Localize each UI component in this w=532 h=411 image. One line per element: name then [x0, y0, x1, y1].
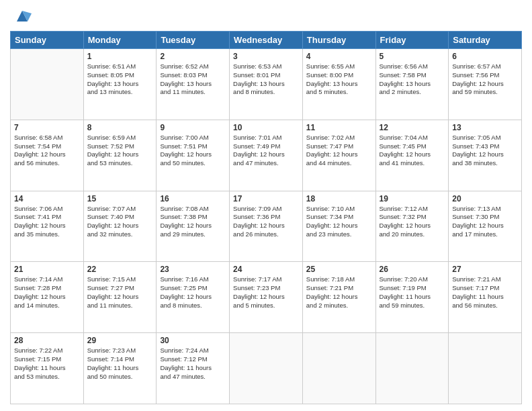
table-row: 17Sunrise: 7:09 AM Sunset: 7:36 PM Dayli… [230, 191, 303, 262]
day-number: 11 [306, 123, 372, 132]
table-row: 13Sunrise: 7:05 AM Sunset: 7:43 PM Dayli… [449, 120, 522, 191]
table-row: 19Sunrise: 7:12 AM Sunset: 7:32 PM Dayli… [375, 191, 449, 262]
table-row: 10Sunrise: 7:01 AM Sunset: 7:49 PM Dayli… [230, 120, 303, 191]
page: Sunday Monday Tuesday Wednesday Thursday… [0, 0, 532, 411]
day-info: Sunrise: 7:18 AM Sunset: 7:21 PM Dayligh… [306, 275, 372, 310]
day-info: Sunrise: 7:06 AM Sunset: 7:41 PM Dayligh… [14, 205, 80, 239]
table-row [230, 333, 303, 404]
day-number: 30 [160, 336, 226, 345]
day-info: Sunrise: 7:04 AM Sunset: 7:45 PM Dayligh… [380, 134, 445, 168]
day-number: 16 [160, 194, 226, 203]
calendar-header-row: Sunday Monday Tuesday Wednesday Thursday… [11, 32, 522, 49]
day-info: Sunrise: 6:52 AM Sunset: 8:03 PM Dayligh… [160, 62, 226, 97]
table-row: 7Sunrise: 6:58 AM Sunset: 7:54 PM Daylig… [11, 120, 84, 191]
table-row: 30Sunrise: 7:24 AM Sunset: 7:12 PM Dayli… [157, 333, 230, 404]
day-info: Sunrise: 7:00 AM Sunset: 7:51 PM Dayligh… [160, 134, 226, 168]
day-number: 20 [452, 194, 518, 203]
day-number: 21 [14, 265, 80, 274]
day-info: Sunrise: 7:01 AM Sunset: 7:49 PM Dayligh… [233, 134, 299, 168]
day-number: 12 [380, 123, 445, 132]
day-number: 22 [87, 265, 153, 274]
day-number: 6 [452, 52, 518, 61]
day-info: Sunrise: 7:13 AM Sunset: 7:30 PM Dayligh… [452, 205, 518, 239]
day-info: Sunrise: 7:23 AM Sunset: 7:14 PM Dayligh… [87, 347, 153, 381]
col-thursday: Thursday [302, 32, 375, 49]
table-row: 22Sunrise: 7:15 AM Sunset: 7:27 PM Dayli… [83, 262, 157, 333]
table-row: 24Sunrise: 7:17 AM Sunset: 7:23 PM Dayli… [230, 262, 303, 333]
table-row [11, 49, 84, 120]
logo-icon [13, 7, 32, 26]
header [10, 7, 522, 26]
day-info: Sunrise: 6:57 AM Sunset: 7:56 PM Dayligh… [452, 62, 518, 97]
col-saturday: Saturday [449, 32, 522, 49]
table-row: 23Sunrise: 7:16 AM Sunset: 7:25 PM Dayli… [157, 262, 230, 333]
day-number: 8 [87, 123, 153, 132]
day-number: 15 [87, 194, 153, 203]
day-info: Sunrise: 6:58 AM Sunset: 7:54 PM Dayligh… [14, 134, 80, 168]
calendar-week-row: 7Sunrise: 6:58 AM Sunset: 7:54 PM Daylig… [11, 120, 522, 191]
table-row [449, 333, 522, 404]
day-number: 25 [306, 265, 372, 274]
day-number: 3 [233, 52, 299, 61]
day-info: Sunrise: 7:20 AM Sunset: 7:19 PM Dayligh… [380, 275, 445, 310]
table-row: 5Sunrise: 6:56 AM Sunset: 7:58 PM Daylig… [375, 49, 449, 120]
day-number: 28 [14, 336, 80, 345]
day-info: Sunrise: 7:09 AM Sunset: 7:36 PM Dayligh… [233, 205, 299, 239]
day-number: 23 [160, 265, 226, 274]
table-row: 26Sunrise: 7:20 AM Sunset: 7:19 PM Dayli… [375, 262, 449, 333]
calendar-week-row: 14Sunrise: 7:06 AM Sunset: 7:41 PM Dayli… [11, 191, 522, 262]
table-row: 3Sunrise: 6:53 AM Sunset: 8:01 PM Daylig… [230, 49, 303, 120]
table-row: 8Sunrise: 6:59 AM Sunset: 7:52 PM Daylig… [83, 120, 157, 191]
calendar-table: Sunday Monday Tuesday Wednesday Thursday… [10, 31, 522, 404]
day-info: Sunrise: 7:24 AM Sunset: 7:12 PM Dayligh… [160, 347, 226, 381]
day-info: Sunrise: 7:05 AM Sunset: 7:43 PM Dayligh… [452, 134, 518, 168]
day-number: 5 [380, 52, 445, 61]
day-info: Sunrise: 7:08 AM Sunset: 7:38 PM Dayligh… [160, 205, 226, 239]
day-number: 4 [306, 52, 372, 61]
day-info: Sunrise: 7:17 AM Sunset: 7:23 PM Dayligh… [233, 275, 299, 310]
day-number: 29 [87, 336, 153, 345]
day-info: Sunrise: 7:02 AM Sunset: 7:47 PM Dayligh… [306, 134, 372, 168]
day-number: 17 [233, 194, 299, 203]
table-row: 20Sunrise: 7:13 AM Sunset: 7:30 PM Dayli… [449, 191, 522, 262]
table-row: 9Sunrise: 7:00 AM Sunset: 7:51 PM Daylig… [157, 120, 230, 191]
col-sunday: Sunday [11, 32, 84, 49]
col-monday: Monday [83, 32, 157, 49]
day-info: Sunrise: 6:51 AM Sunset: 8:05 PM Dayligh… [87, 62, 153, 97]
table-row: 12Sunrise: 7:04 AM Sunset: 7:45 PM Dayli… [375, 120, 449, 191]
table-row: 15Sunrise: 7:07 AM Sunset: 7:40 PM Dayli… [83, 191, 157, 262]
calendar-week-row: 1Sunrise: 6:51 AM Sunset: 8:05 PM Daylig… [11, 49, 522, 120]
day-info: Sunrise: 6:59 AM Sunset: 7:52 PM Dayligh… [87, 134, 153, 168]
day-info: Sunrise: 6:53 AM Sunset: 8:01 PM Dayligh… [233, 62, 299, 97]
logo [10, 7, 32, 26]
day-info: Sunrise: 7:16 AM Sunset: 7:25 PM Dayligh… [160, 275, 226, 310]
day-number: 24 [233, 265, 299, 274]
day-info: Sunrise: 6:56 AM Sunset: 7:58 PM Dayligh… [380, 62, 445, 97]
day-number: 26 [380, 265, 445, 274]
table-row: 1Sunrise: 6:51 AM Sunset: 8:05 PM Daylig… [83, 49, 157, 120]
table-row: 4Sunrise: 6:55 AM Sunset: 8:00 PM Daylig… [302, 49, 375, 120]
day-number: 19 [380, 194, 445, 203]
table-row: 2Sunrise: 6:52 AM Sunset: 8:03 PM Daylig… [157, 49, 230, 120]
table-row: 25Sunrise: 7:18 AM Sunset: 7:21 PM Dayli… [302, 262, 375, 333]
table-row: 18Sunrise: 7:10 AM Sunset: 7:34 PM Dayli… [302, 191, 375, 262]
day-number: 14 [14, 194, 80, 203]
table-row: 11Sunrise: 7:02 AM Sunset: 7:47 PM Dayli… [302, 120, 375, 191]
day-info: Sunrise: 6:55 AM Sunset: 8:00 PM Dayligh… [306, 62, 372, 97]
table-row [375, 333, 449, 404]
day-info: Sunrise: 7:15 AM Sunset: 7:27 PM Dayligh… [87, 275, 153, 310]
day-number: 10 [233, 123, 299, 132]
table-row: 28Sunrise: 7:22 AM Sunset: 7:15 PM Dayli… [11, 333, 84, 404]
table-row: 6Sunrise: 6:57 AM Sunset: 7:56 PM Daylig… [449, 49, 522, 120]
day-info: Sunrise: 7:22 AM Sunset: 7:15 PM Dayligh… [14, 347, 80, 381]
day-number: 9 [160, 123, 226, 132]
day-number: 1 [87, 52, 153, 61]
day-info: Sunrise: 7:14 AM Sunset: 7:28 PM Dayligh… [14, 275, 80, 310]
table-row: 14Sunrise: 7:06 AM Sunset: 7:41 PM Dayli… [11, 191, 84, 262]
calendar-week-row: 28Sunrise: 7:22 AM Sunset: 7:15 PM Dayli… [11, 333, 522, 404]
col-friday: Friday [375, 32, 449, 49]
table-row: 21Sunrise: 7:14 AM Sunset: 7:28 PM Dayli… [11, 262, 84, 333]
day-number: 18 [306, 194, 372, 203]
table-row [302, 333, 375, 404]
col-tuesday: Tuesday [157, 32, 230, 49]
